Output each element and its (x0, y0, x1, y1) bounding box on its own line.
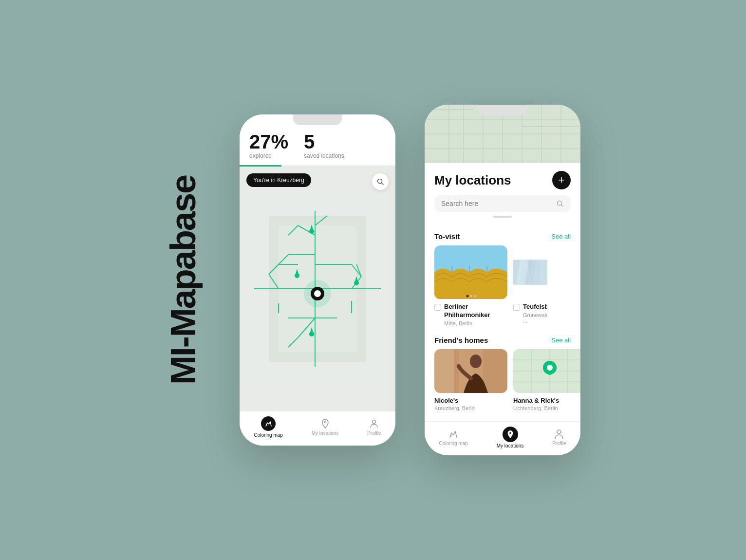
friends-see-all[interactable]: See all (551, 336, 571, 344)
loc-profile-icon (554, 429, 564, 440)
header-row: My locations + (434, 171, 571, 189)
svg-point-65 (474, 295, 476, 297)
loc-nav-my-locations[interactable]: My locations (497, 427, 524, 448)
svg-point-37 (324, 421, 326, 423)
teufelsberg-svg (513, 245, 547, 299)
svg-point-85 (557, 430, 561, 434)
nicole-svg (434, 349, 507, 393)
search-bar[interactable] (434, 195, 571, 212)
card-checkbox-1[interactable] (434, 304, 441, 311)
svg-point-83 (450, 435, 452, 437)
svg-point-63 (466, 295, 469, 298)
explored-value: 27% (249, 132, 288, 151)
loc-nav-profile[interactable]: Profile (552, 429, 566, 446)
coloring-map-label: Coloring map (254, 432, 282, 438)
loc-nav-coloring-map[interactable]: Coloring map (439, 429, 467, 446)
svg-point-64 (470, 295, 472, 297)
nicole-card[interactable]: Nicole's Kreuzberg, Berlin (434, 349, 507, 411)
locations-content: To-visit See all (425, 224, 580, 421)
map-bottom-nav: Coloring map My locations (240, 411, 395, 446)
friends-section: Friend's homes See all (434, 328, 571, 411)
nav-coloring-map[interactable]: Coloring map (254, 416, 282, 438)
hanna-rick-location: Lichtenberg, Berlin (513, 405, 580, 411)
friend-cards-row: Nicole's Kreuzberg, Berlin (434, 349, 571, 411)
svg-point-72 (470, 355, 482, 368)
loc-my-locations-label: My locations (497, 443, 524, 448)
hanna-rick-card[interactable]: Hanna & Rick's Lichtenberg, Berlin (513, 349, 580, 411)
to-visit-section-header: To-visit See all (434, 224, 571, 245)
svg-point-82 (547, 365, 553, 371)
svg-point-84 (509, 432, 511, 434)
my-locations-nav-label: My locations (312, 430, 339, 436)
to-visit-see-all[interactable]: See all (551, 233, 571, 240)
card-name-1: Berliner Philharmoniker (444, 303, 507, 319)
nicole-name: Nicole's (434, 397, 507, 404)
svg-rect-73 (434, 349, 454, 393)
svg-point-36 (266, 425, 267, 426)
svg-rect-58 (434, 245, 507, 272)
hanna-rick-image (513, 349, 580, 393)
map-svg (240, 167, 395, 411)
card-name-2: Teufelsberg (523, 303, 547, 311)
svg-point-33 (314, 290, 321, 297)
teufelsberg-image (513, 245, 547, 299)
teufelsberg-card[interactable]: Teufelsberg Grunewald, ... (513, 245, 547, 326)
app-title: MI-Mapabase (166, 175, 201, 385)
phone-locations: My locations + To-visit See all (425, 105, 580, 455)
svg-point-38 (373, 420, 376, 424)
my-locations-icon (320, 418, 331, 429)
stats-block: 27% explored 5 saved locations (249, 132, 344, 159)
notch (293, 114, 342, 125)
loc-profile-label: Profile (552, 441, 566, 446)
add-location-button[interactable]: + (552, 171, 571, 189)
locations-bottom-nav: Coloring map My locations (425, 421, 580, 455)
map-area[interactable]: You're in Kreuzberg (240, 167, 395, 411)
friends-section-header: Friend's homes See all (434, 328, 571, 349)
scroll-indicator (493, 216, 512, 218)
card-checkbox-2[interactable] (513, 304, 520, 311)
explored-stat: 27% explored (249, 132, 288, 159)
hanna-rick-svg (513, 349, 580, 393)
coloring-map-icon (261, 416, 276, 431)
nicole-image (434, 349, 507, 393)
hanna-rick-name: Hanna & Rick's (513, 397, 580, 404)
profile-icon (369, 418, 379, 429)
nav-my-locations[interactable]: My locations (312, 418, 339, 436)
phone-map: 27% explored 5 saved locations (240, 114, 395, 446)
nicole-location: Kreuzberg, Berlin (434, 405, 507, 411)
to-visit-title: To-visit (434, 232, 460, 241)
nav-profile[interactable]: Profile (367, 418, 381, 436)
card-location-2: Grunewald, ... (513, 312, 547, 324)
friends-title: Friend's homes (434, 336, 488, 344)
saved-value: 5 (304, 132, 344, 151)
card-checkbox-row-2: Teufelsberg (513, 303, 547, 311)
search-icon (556, 200, 564, 207)
location-badge: You're in Kreuzberg (246, 173, 311, 187)
search-input[interactable] (441, 200, 552, 207)
svg-line-35 (382, 183, 384, 185)
saved-label: saved locations (304, 152, 344, 159)
explored-label: explored (249, 152, 288, 159)
berliner-philharmoniker-svg (434, 245, 507, 299)
profile-nav-label: Profile (367, 430, 381, 436)
loc-my-locations-icon-circle (503, 427, 518, 442)
card-location-1: Mitte, Berlin (434, 320, 507, 326)
locations-header: My locations + (425, 163, 580, 224)
card-checkbox-row-1: Berliner Philharmoniker (434, 303, 507, 319)
notch-2 (478, 105, 527, 115)
svg-line-57 (561, 205, 563, 207)
loc-coloring-map-label: Coloring map (439, 441, 467, 446)
berliner-philharmoniker-card[interactable]: Berliner Philharmoniker Mitte, Berlin (434, 245, 507, 326)
saved-stat: 5 saved locations (304, 132, 344, 159)
berliner-philharmoniker-image (434, 245, 507, 299)
to-visit-cards: Berliner Philharmoniker Mitte, Berlin (434, 245, 571, 326)
loc-coloring-map-icon (448, 429, 459, 440)
map-search-button[interactable] (372, 173, 389, 190)
page-title: My locations (434, 173, 511, 188)
